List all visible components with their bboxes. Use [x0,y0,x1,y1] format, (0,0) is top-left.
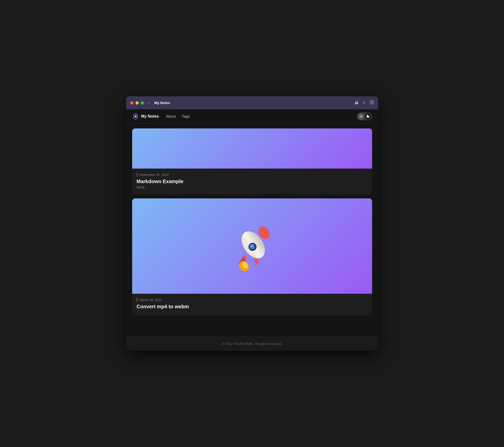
note-subtitle-1: Write [137,185,368,189]
content-area: September 20, 2022 Markdown Example Writ… [126,123,378,337]
lock-icon[interactable] [355,100,359,106]
nav-links: About Tags [166,114,190,118]
note-body-1: September 20, 2022 Markdown Example Writ… [132,169,372,194]
note-body-2: March 19, 2022 Convert mp4 to webm [132,294,372,316]
nav-link-tags[interactable]: Tags [182,114,190,118]
titlebar: ‹ My Notes + [126,96,378,109]
note-hero-2 [132,198,372,294]
svg-rect-1 [370,101,374,101]
rocket-illustration [227,217,277,275]
svg-point-4 [135,116,136,117]
svg-rect-0 [355,102,358,104]
note-title-2: Convert mp4 to webm [137,304,368,310]
svg-line-12 [362,115,362,116]
note-date-2: March 19, 2022 [139,298,162,302]
app-window: ‹ My Notes + [126,96,378,351]
moon-icon [365,113,371,120]
note-title-1: Markdown Example [137,179,368,184]
svg-point-5 [360,116,362,117]
minimize-button[interactable] [135,101,139,105]
maximize-button[interactable] [141,101,144,105]
navbar: My Notes About Tags [126,109,378,123]
titlebar-actions: + [355,100,374,106]
nav-logo[interactable]: My Notes [132,113,159,120]
svg-rect-2 [370,102,374,103]
add-icon[interactable]: + [363,100,366,106]
footer-text: © 2022 YOUR NAME. All rights reserved. [222,342,282,346]
footer: © 2022 YOUR NAME. All rights reserved. [126,337,378,351]
svg-line-11 [362,117,362,118]
brand-logo-icon [132,113,139,120]
nav-brand-label: My Notes [141,114,159,119]
window-title: My Notes [154,101,352,105]
traffic-lights [130,101,144,105]
note-card-1[interactable]: September 20, 2022 Markdown Example Writ… [132,128,372,194]
svg-line-13 [360,117,360,118]
note-card-2[interactable]: March 19, 2022 Convert mp4 to webm [132,198,372,316]
sun-icon [358,113,364,120]
note-date-1: September 20, 2022 [139,173,169,177]
close-button[interactable] [130,101,133,105]
back-button[interactable]: ‹ [148,100,149,106]
svg-point-17 [249,244,256,250]
date-bar-2 [137,298,137,302]
svg-line-10 [360,115,360,116]
date-bar-1 [137,173,137,177]
note-meta-1: September 20, 2022 [137,173,368,177]
svg-rect-3 [370,104,374,104]
menu-icon[interactable] [370,101,374,105]
note-hero-1 [132,128,372,169]
nav-link-about[interactable]: About [166,114,176,118]
theme-toggle[interactable] [357,112,372,120]
note-meta-2: March 19, 2022 [137,298,368,302]
